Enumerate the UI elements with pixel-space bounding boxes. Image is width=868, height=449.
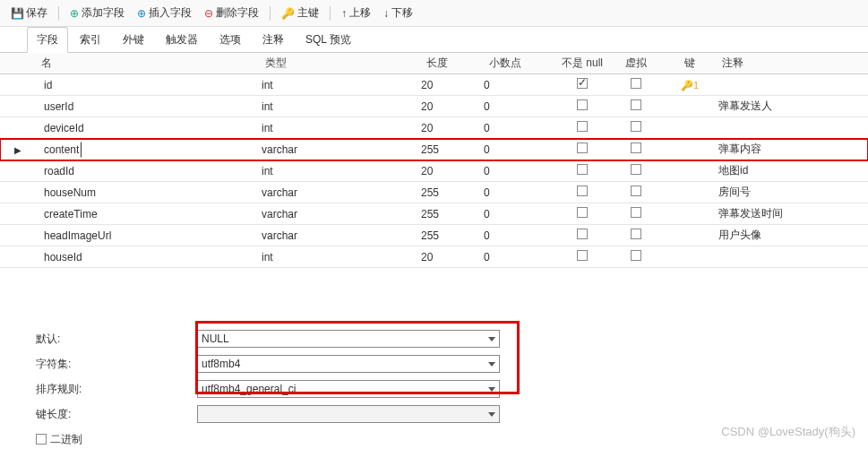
cell-type[interactable]: int — [260, 100, 421, 113]
cell-virtual[interactable] — [609, 78, 663, 91]
save-button[interactable]: 💾 保存 — [5, 4, 53, 22]
header-decimals[interactable]: 小数点 — [484, 56, 555, 71]
tab-comment[interactable]: 注释 — [253, 27, 294, 52]
cell-type[interactable]: int — [260, 79, 421, 91]
virtual-checkbox[interactable] — [631, 229, 641, 239]
virtual-checkbox[interactable] — [631, 99, 641, 110]
cell-comment[interactable]: 地图id — [717, 163, 868, 178]
cell-decimals[interactable]: 0 — [484, 79, 555, 91]
add-field-button[interactable]: ⊕ 添加字段 — [64, 4, 130, 22]
notnull-checkbox[interactable] — [577, 207, 588, 218]
table-row[interactable]: houseNumvarchar2550房间号 — [0, 182, 868, 203]
default-select[interactable]: NULL — [197, 330, 500, 348]
move-up-button[interactable]: ↑ 上移 — [336, 4, 376, 22]
cell-length[interactable]: 20 — [421, 122, 484, 134]
cell-length[interactable]: 20 — [421, 79, 484, 91]
tab-indexes[interactable]: 索引 — [70, 27, 111, 52]
cell-decimals[interactable]: 0 — [484, 165, 555, 177]
collation-select[interactable]: utf8mb4_general_ci — [197, 380, 500, 398]
header-comment[interactable]: 注释 — [717, 56, 868, 71]
cell-name[interactable]: houseNum — [36, 186, 260, 199]
table-row[interactable]: houseIdint200 — [0, 246, 868, 268]
cell-virtual[interactable] — [609, 207, 663, 220]
cell-notnull[interactable] — [555, 164, 609, 177]
cell-decimals[interactable]: 0 — [484, 229, 555, 242]
cell-virtual[interactable] — [609, 99, 663, 113]
cell-notnull[interactable] — [555, 78, 609, 91]
delete-field-button[interactable]: ⊖ 删除字段 — [199, 4, 264, 22]
primary-key-button[interactable]: 🔑 主键 — [276, 4, 324, 22]
cell-length[interactable]: 20 — [421, 251, 484, 263]
insert-field-button[interactable]: ⊕ 插入字段 — [132, 4, 197, 22]
virtual-checkbox[interactable] — [631, 121, 641, 132]
notnull-checkbox[interactable] — [577, 250, 588, 261]
cell-notnull[interactable] — [555, 207, 609, 220]
cell-comment[interactable]: 用户头像 — [717, 228, 868, 243]
cell-notnull[interactable] — [555, 121, 609, 134]
cell-decimals[interactable]: 0 — [484, 208, 555, 220]
cell-type[interactable]: int — [260, 122, 421, 134]
virtual-checkbox[interactable] — [631, 207, 641, 218]
cell-length[interactable]: 255 — [421, 208, 484, 220]
virtual-checkbox[interactable] — [631, 164, 641, 175]
cell-name[interactable]: content — [36, 143, 260, 156]
notnull-checkbox[interactable] — [577, 186, 588, 196]
virtual-checkbox[interactable] — [631, 142, 641, 153]
move-down-button[interactable]: ↓ 下移 — [378, 4, 418, 22]
cell-notnull[interactable] — [555, 186, 609, 199]
binary-checkbox[interactable] — [36, 434, 47, 445]
tab-triggers[interactable]: 触发器 — [156, 27, 208, 52]
cell-length[interactable]: 20 — [421, 100, 484, 113]
cell-name[interactable]: id — [36, 79, 260, 91]
cell-comment[interactable]: 弹幕内容 — [717, 142, 868, 157]
cell-length[interactable]: 255 — [421, 143, 484, 156]
cell-notnull[interactable] — [555, 229, 609, 242]
cell-decimals[interactable]: 0 — [484, 122, 555, 134]
notnull-checkbox[interactable] — [577, 121, 588, 132]
table-row[interactable]: headImageUrlvarchar2550用户头像 — [0, 225, 868, 246]
table-row[interactable]: roadIdint200地图id — [0, 160, 868, 182]
cell-decimals[interactable]: 0 — [484, 186, 555, 199]
tab-fk[interactable]: 外键 — [113, 27, 154, 52]
table-row[interactable]: ▶contentvarchar2550弹幕内容 — [0, 139, 868, 160]
cell-virtual[interactable] — [609, 186, 663, 199]
cell-length[interactable]: 255 — [421, 229, 484, 242]
notnull-checkbox[interactable] — [577, 164, 588, 175]
cell-type[interactable]: varchar — [260, 143, 421, 156]
cell-notnull[interactable] — [555, 250, 609, 263]
notnull-checkbox[interactable] — [577, 99, 588, 110]
cell-virtual[interactable] — [609, 164, 663, 177]
cell-virtual[interactable] — [609, 142, 663, 156]
header-key[interactable]: 键 — [663, 56, 717, 71]
tab-fields[interactable]: 字段 — [27, 27, 68, 53]
cell-comment[interactable]: 弹幕发送人 — [717, 99, 868, 114]
cell-type[interactable]: varchar — [260, 208, 421, 220]
cell-virtual[interactable] — [609, 229, 663, 242]
virtual-checkbox[interactable] — [631, 186, 641, 196]
keylen-select[interactable] — [197, 405, 500, 423]
notnull-checkbox[interactable] — [577, 229, 588, 239]
cell-notnull[interactable] — [555, 99, 609, 113]
tab-options[interactable]: 选项 — [210, 27, 251, 52]
header-virtual[interactable]: 虚拟 — [609, 56, 663, 71]
notnull-checkbox[interactable] — [577, 142, 588, 153]
cell-type[interactable]: varchar — [260, 186, 421, 199]
cell-length[interactable]: 20 — [421, 165, 484, 177]
header-length[interactable]: 长度 — [421, 56, 484, 71]
cell-name[interactable]: createTime — [36, 208, 260, 220]
table-row[interactable]: idint200🔑1 — [0, 74, 868, 96]
notnull-checkbox[interactable] — [577, 78, 588, 89]
table-row[interactable]: userIdint200弹幕发送人 — [0, 96, 868, 117]
cell-decimals[interactable]: 0 — [484, 251, 555, 263]
table-row[interactable]: deviceIdint200 — [0, 117, 868, 139]
cell-name[interactable]: deviceId — [36, 122, 260, 134]
cell-virtual[interactable] — [609, 250, 663, 263]
cell-key[interactable]: 🔑1 — [663, 79, 717, 91]
header-type[interactable]: 类型 — [260, 56, 421, 71]
cell-name[interactable]: headImageUrl — [36, 229, 260, 242]
cell-length[interactable]: 255 — [421, 186, 484, 199]
virtual-checkbox[interactable] — [631, 250, 641, 261]
cell-virtual[interactable] — [609, 121, 663, 134]
cell-decimals[interactable]: 0 — [484, 100, 555, 113]
virtual-checkbox[interactable] — [631, 78, 641, 89]
